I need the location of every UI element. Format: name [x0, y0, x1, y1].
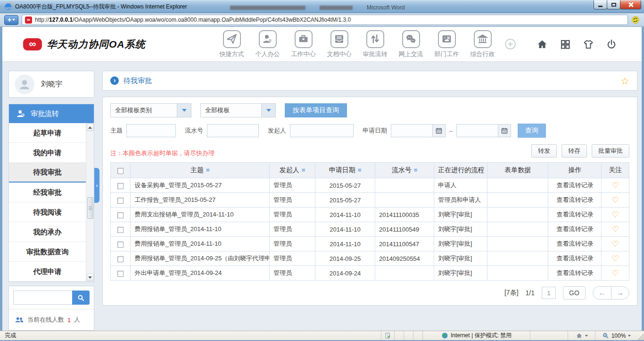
sidebar-item-draft-request[interactable]: 起草申请: [9, 123, 94, 143]
sort-icon[interactable]: ≡: [414, 166, 418, 174]
protected-mode-button[interactable]: [568, 331, 595, 340]
serial-input[interactable]: [207, 124, 259, 137]
save-as-button[interactable]: 转存: [561, 144, 587, 158]
sidebar-item-proxy-request[interactable]: 代理申请: [9, 262, 94, 282]
sidebar-item-my-undertaking[interactable]: 我的承办: [9, 222, 94, 242]
cell-subject[interactable]: 费用支出报销单_管理员_2014-11-10: [131, 208, 270, 222]
cell-current-flow: 刘晓宇[审批]: [434, 251, 487, 266]
zoom-control[interactable]: 100%: [595, 331, 637, 340]
scroll-up-icon[interactable]: [87, 124, 94, 131]
scrollbar-thumb[interactable]: [87, 197, 93, 219]
row-checkbox[interactable]: [117, 227, 124, 233]
sidebar-scrollbar[interactable]: [86, 123, 94, 282]
col-header-apply-date[interactable]: 申请日期≡: [315, 163, 375, 178]
favorite-heart-icon[interactable]: ♡: [612, 254, 619, 263]
view-flow-record-link[interactable]: 查看流转记录: [556, 269, 593, 276]
view-flow-record-link[interactable]: 查看流转记录: [556, 211, 593, 218]
power-logout-icon[interactable]: [606, 39, 617, 50]
subject-input[interactable]: [126, 124, 176, 137]
view-flow-record-link[interactable]: 查看流转记录: [556, 196, 593, 203]
batch-approve-button[interactable]: 批量审批: [592, 144, 629, 158]
add-shortcut-button[interactable]: [504, 38, 517, 50]
theme-shirt-icon[interactable]: [583, 39, 594, 50]
view-flow-record-link[interactable]: 查看流转记录: [556, 225, 593, 233]
sort-icon[interactable]: ≡: [302, 166, 305, 174]
address-input[interactable]: ∞ http://127.0.0.1/OAapp/WebObjects/OAap…: [22, 15, 628, 25]
go-button[interactable]: GO: [563, 286, 586, 299]
sidebar-menu-header[interactable]: 审批流转: [9, 104, 94, 123]
grid-apps-icon[interactable]: [560, 39, 571, 50]
favorite-heart-icon[interactable]: ♡: [612, 269, 619, 278]
row-checkbox[interactable]: [117, 256, 124, 262]
cell-subject[interactable]: 外出申请单_管理员_2014-09-24: [131, 266, 270, 281]
add-tab-button[interactable]: +: [4, 15, 18, 25]
prev-page-icon[interactable]: ←: [593, 287, 611, 299]
sort-icon[interactable]: ≡: [358, 166, 362, 174]
nav-item-personal-office[interactable]: 个人办公: [252, 30, 283, 58]
col-header-current-flow: 正在进行的流程: [434, 163, 487, 178]
calendar-icon[interactable]: [498, 124, 511, 137]
view-flow-record-link[interactable]: 查看流转记录: [556, 182, 593, 189]
date-to-input[interactable]: [456, 124, 498, 137]
form-item-query-button[interactable]: 按表单项目查询: [285, 103, 347, 117]
favorite-heart-icon[interactable]: ♡: [612, 181, 619, 190]
minimize-button[interactable]: [594, 0, 607, 9]
view-flow-record-link[interactable]: 查看流转记录: [556, 240, 593, 247]
initiator-label: 发起人: [268, 126, 286, 135]
nav-item-approval-flow[interactable]: 审批流转: [360, 30, 391, 58]
forward-button[interactable]: 转发: [531, 144, 557, 158]
calendar-icon[interactable]: [432, 124, 446, 137]
select-all-checkbox[interactable]: [117, 168, 124, 174]
view-flow-record-link[interactable]: 查看流转记录: [556, 255, 593, 262]
cell-subject[interactable]: 费用报销单_管理员_2014-11-10: [131, 222, 270, 237]
row-checkbox[interactable]: [117, 212, 124, 218]
sidebar-search-button[interactable]: [72, 291, 90, 305]
compatibility-view-icon[interactable]: [631, 16, 640, 24]
favorite-heart-icon[interactable]: ♡: [612, 225, 619, 234]
briefcase-icon: [295, 30, 313, 48]
close-button[interactable]: [620, 0, 641, 9]
favorite-heart-icon[interactable]: ♡: [612, 196, 619, 205]
nav-item-online-chat[interactable]: 网上交流: [396, 30, 427, 58]
sidebar-item-approval-data-query[interactable]: 审批数据查询: [9, 242, 94, 262]
nav-item-doc-center[interactable]: 文档中心: [324, 30, 355, 58]
col-header-serial-no[interactable]: 流水号≡: [375, 163, 434, 178]
cell-subject[interactable]: 设备采购单_管理员_2015-05-27: [131, 178, 270, 193]
cell-current-flow: 刘晓宇[审批]: [434, 266, 487, 281]
nav-item-admin[interactable]: 综合行政: [467, 30, 498, 58]
page-input[interactable]: [542, 287, 556, 299]
scroll-down-icon[interactable]: [87, 274, 94, 281]
col-header-subject[interactable]: 主题≡: [131, 163, 270, 178]
cell-subject[interactable]: 费用报销单_管理员_2014-09-25（由刘晓宇代理申请）: [131, 251, 270, 266]
col-header-initiator[interactable]: 发起人≡: [270, 163, 315, 178]
window-titlebar[interactable]: OA8000平台版_FPLMYSQL5--待我审批 - Windows Inte…: [0, 0, 644, 13]
sidebar-item-pending-my-approval[interactable]: 待我审批: [9, 163, 94, 183]
sidebar-item-approved-by-me[interactable]: 经我审批: [9, 183, 94, 202]
sidebar-item-my-request[interactable]: 我的申请: [9, 143, 94, 163]
row-checkbox[interactable]: [117, 183, 124, 189]
row-checkbox[interactable]: [117, 241, 124, 248]
sort-icon[interactable]: ≡: [206, 166, 210, 174]
date-from-input[interactable]: [391, 124, 432, 137]
favorite-star-icon[interactable]: ☆: [620, 76, 629, 86]
maximize-button[interactable]: [607, 0, 620, 9]
sidebar-collapse-button[interactable]: ‹: [94, 168, 99, 203]
nav-item-shortcut[interactable]: 快捷方式: [216, 30, 248, 58]
nav-item-dept-work[interactable]: 部门工作: [431, 30, 462, 58]
initiator-input[interactable]: [290, 124, 354, 137]
sidebar-item-pending-my-reading[interactable]: 待我阅读: [9, 202, 94, 222]
query-button[interactable]: 查询: [518, 124, 546, 138]
cell-subject[interactable]: 费用报销单_管理员_2014-11-10: [131, 237, 270, 251]
row-checkbox[interactable]: [117, 198, 124, 204]
resize-grip[interactable]: [637, 331, 644, 340]
cell-subject[interactable]: 工作报告_管理员_2015-05-27: [131, 193, 270, 208]
template-select[interactable]: 全部模板: [200, 103, 276, 117]
next-page-icon[interactable]: →: [611, 287, 629, 299]
sidebar-search-input[interactable]: [13, 291, 72, 305]
template-category-select[interactable]: 全部模板类别: [110, 103, 191, 117]
favorite-heart-icon[interactable]: ♡: [612, 240, 619, 249]
favorite-heart-icon[interactable]: ♡: [612, 210, 619, 219]
nav-item-work-center[interactable]: 工作中心: [288, 30, 319, 58]
row-checkbox[interactable]: [117, 271, 124, 277]
home-icon[interactable]: [537, 39, 548, 50]
